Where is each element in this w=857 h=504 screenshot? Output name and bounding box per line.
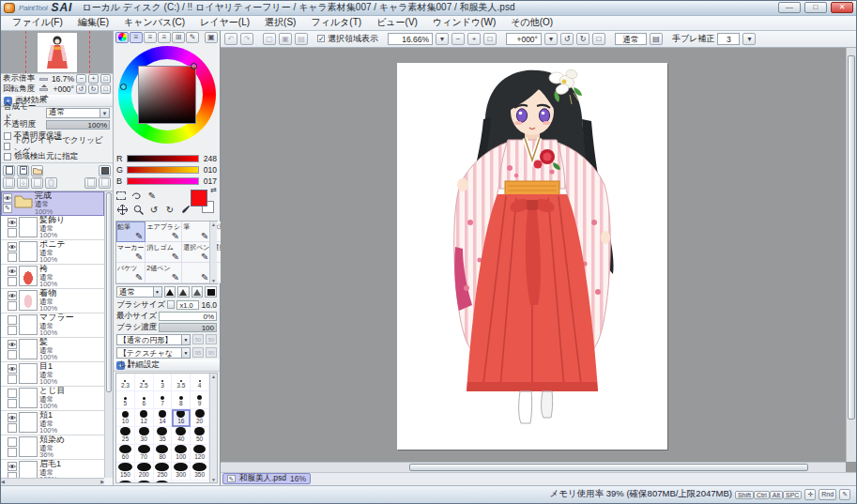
flip-view-tool[interactable]: ↻	[164, 204, 176, 215]
layer-visibility-toggle[interactable]	[8, 462, 17, 471]
brush-size-preset[interactable]: 9	[191, 391, 209, 409]
view-mode-button[interactable]: ▤	[650, 33, 663, 45]
brush-edge-hard-button[interactable]	[164, 286, 176, 298]
tool-button[interactable]: 筆 ✎	[182, 221, 211, 242]
undo-button[interactable]: ↶	[224, 33, 237, 45]
rgb-slider-tab[interactable]: ≡	[130, 32, 143, 43]
layer-row[interactable]: 完成 通常 100%	[1, 191, 104, 216]
menu-item[interactable]: その他(O)	[503, 15, 560, 30]
brush-size-preset[interactable]: 30	[135, 427, 154, 445]
brush-size-preset[interactable]: 4	[191, 374, 209, 391]
brush-texture-select[interactable]: 【テクスチャなし】▼	[116, 347, 191, 359]
rotate-cw-button[interactable]: ↻	[88, 84, 99, 94]
tool-button[interactable]: バケツ ✎	[116, 263, 145, 283]
brush-size-preset[interactable]: 3	[154, 374, 173, 391]
layer-visibility-toggle[interactable]	[8, 315, 17, 325]
layer-edit-toggle[interactable]	[8, 374, 17, 384]
canvas-zoom-dropdown[interactable]: ▾	[436, 33, 449, 45]
layer-edit-toggle[interactable]	[8, 448, 17, 457]
g-slider[interactable]	[127, 166, 199, 174]
layer-row[interactable]: 袴 通常 100%	[1, 265, 104, 289]
color-mixer-tab[interactable]: ≡	[158, 32, 171, 43]
layer-row[interactable]: 髪 通常 100%	[1, 338, 104, 362]
b-slider[interactable]	[127, 177, 199, 185]
layer-row[interactable]: マフラー 通常 100%	[1, 313, 104, 338]
menu-item[interactable]: ファイル(F)	[5, 15, 70, 30]
layer-row[interactable]: 髪飾り 通常 100%	[1, 216, 104, 240]
brush-size-preset[interactable]: 2.3	[116, 374, 135, 391]
brush-size-preset[interactable]: 120	[191, 445, 209, 463]
layer-visibility-toggle[interactable]	[8, 413, 17, 422]
r-slider[interactable]	[127, 155, 199, 162]
new-folder-button[interactable]	[31, 165, 43, 176]
horizontal-scrollbar[interactable]	[221, 462, 846, 472]
color-wheel-tab[interactable]	[115, 32, 129, 43]
checkbox[interactable]: ✓	[317, 35, 325, 42]
brush-size-preset[interactable]: 20	[191, 409, 209, 427]
blend-mode-select[interactable]: 通常▼	[46, 108, 110, 118]
layer-visibility-toggle[interactable]	[8, 218, 17, 227]
brush-size-preset[interactable]: 450	[135, 481, 154, 483]
navigator-preview[interactable]	[1, 31, 113, 74]
min-size-field[interactable]: 0%	[159, 312, 217, 321]
menu-item[interactable]: レイヤー(L)	[192, 15, 257, 30]
brush-size-preset[interactable]: 3.5	[172, 374, 191, 391]
layer-list-hscrollbar[interactable]: ◀▶	[1, 478, 104, 485]
stabilizer-field[interactable]: 3	[717, 33, 740, 45]
brush-size-preset[interactable]: 80	[154, 445, 173, 463]
shape-param2-button[interactable]: 50	[206, 334, 217, 344]
brush-size-preset[interactable]: 5	[116, 391, 135, 409]
tool-button[interactable]: ✎	[182, 263, 211, 283]
brush-edge-flat-button[interactable]	[205, 286, 217, 298]
magic-wand-tool[interactable]: ✎	[146, 190, 158, 201]
layer-edit-toggle[interactable]	[8, 423, 17, 433]
layer-edit-toggle[interactable]	[8, 277, 17, 286]
view-mode-field[interactable]: 通常	[615, 33, 647, 45]
layer-edit-toggle[interactable]	[8, 252, 17, 262]
menu-item[interactable]: フィルタ(T)	[303, 15, 369, 30]
layer-edit-toggle[interactable]	[8, 301, 17, 311]
swap-colors-icon[interactable]: ⇄	[210, 186, 217, 194]
layer-row[interactable]: 頬染め 通常 36%	[1, 435, 104, 460]
brush-size-preset[interactable]: 40	[172, 427, 191, 445]
menu-item[interactable]: キャンバス(C)	[116, 15, 192, 30]
move-layer-down-button[interactable]	[99, 177, 111, 189]
canvas-zoom-field[interactable]: 16.66%	[388, 33, 433, 45]
primary-color-swatch[interactable]	[191, 190, 207, 206]
brush-size-preset[interactable]: 250	[154, 463, 173, 481]
canvas-angle-reset-button[interactable]: □	[592, 33, 605, 45]
layer-visibility-toggle[interactable]	[8, 340, 17, 349]
layer-row[interactable]: とじ目 通常 100%	[1, 387, 104, 411]
zoom-slider[interactable]	[39, 78, 48, 81]
layer-row[interactable]: 着物 通常 100%	[1, 289, 104, 313]
canvas-zoom-reset-button[interactable]: □	[483, 33, 497, 45]
tool-button[interactable]: 2値ペン ✎	[145, 263, 182, 283]
new-layer-button[interactable]	[3, 165, 15, 176]
menu-item[interactable]: 編集(E)	[70, 15, 116, 30]
brush-size-preset[interactable]: 8	[172, 391, 191, 409]
layer-row[interactable]: ポニテ 通常 100%	[1, 240, 104, 265]
move-tool[interactable]	[116, 204, 128, 215]
layer-visibility-toggle[interactable]	[8, 437, 17, 447]
brush-size-preset[interactable]: 350	[191, 463, 209, 481]
canvas-rotate-cw-button[interactable]: ↻	[576, 33, 589, 45]
texture-param2-button[interactable]: 95	[206, 347, 217, 358]
swatches-tab[interactable]: ⊞	[172, 32, 185, 43]
layer-option-row[interactable]: 下のレイヤーでクリッピング	[1, 142, 113, 152]
texture-param1-button[interactable]: 95	[192, 347, 204, 358]
checkbox[interactable]	[4, 143, 10, 150]
clear-layer-button[interactable]	[31, 177, 43, 189]
shape-param1-button[interactable]: 50	[192, 334, 204, 344]
paint-mode-select[interactable]: 通常▼	[116, 286, 162, 298]
canvas-zoom-out-button[interactable]: −	[451, 33, 465, 45]
brush-size-preset[interactable]: 25	[116, 427, 135, 445]
layer-visibility-toggle[interactable]	[8, 291, 17, 300]
layer-edit-toggle[interactable]	[3, 204, 12, 213]
brush-edge-soft-button[interactable]	[177, 286, 190, 298]
layer-edit-toggle[interactable]	[8, 326, 17, 335]
layer-mask-button[interactable]	[99, 165, 111, 176]
saturation-value-square[interactable]	[138, 66, 196, 124]
brush-size-preset[interactable]: 7	[154, 391, 173, 409]
hsv-slider-tab[interactable]: ≡	[144, 32, 157, 43]
transfer-down-button[interactable]	[3, 177, 15, 189]
